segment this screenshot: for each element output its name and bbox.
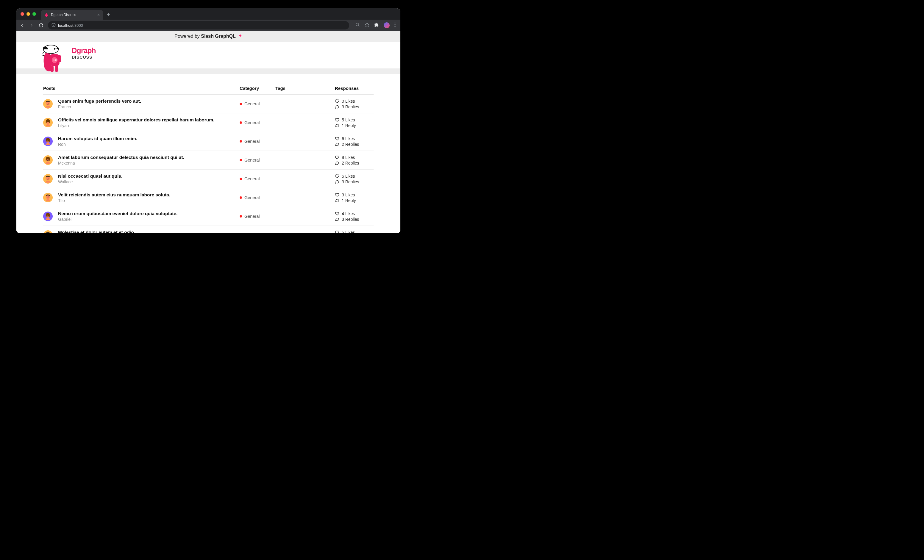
post-row[interactable]: Nisi occaecati quasi aut quis. Wallace G… [43,169,374,188]
menu-icon[interactable] [394,22,396,28]
svg-rect-14 [51,66,54,72]
toolbar-right-icons [353,22,398,28]
category-dot-icon [240,121,242,124]
post-author: Lilyan [58,123,214,128]
content-panel: Posts Category Tags Responses Quam enim … [16,74,400,233]
post-responses: 5 Likes 3 Replies [335,174,376,184]
svg-point-44 [48,216,49,216]
svg-line-4 [358,25,359,27]
comment-icon [335,217,339,222]
post-category: General [240,214,275,219]
post-category: General [240,177,275,181]
post-row[interactable]: Molestiae et dolor autem et et odio. Els… [43,226,374,233]
svg-rect-15 [55,66,58,72]
svg-point-10 [54,48,56,49]
reload-button[interactable] [38,23,44,28]
col-tags: Tags [275,86,335,91]
svg-point-7 [394,24,395,25]
svg-point-24 [48,122,49,122]
page-viewport: Powered by Slash GraphQL [16,31,400,233]
post-category: General [240,139,275,144]
window-close-button[interactable] [21,12,24,16]
post-row[interactable]: Harum voluptas id quam illum enim. Ron G… [43,132,374,151]
post-category: General [240,102,275,106]
back-button[interactable] [20,23,25,28]
svg-point-23 [47,122,47,122]
svg-point-28 [48,141,49,141]
tab-close-icon[interactable]: × [98,12,100,17]
site-info-icon[interactable] [51,23,56,28]
tab-favicon [44,13,48,17]
address-bar[interactable]: localhost:3000 [48,21,349,30]
window-maximize-button[interactable] [33,12,36,16]
post-author: Wallace [58,180,122,184]
extensions-icon[interactable] [374,22,379,28]
post-row[interactable]: Amet laborum consequatur delectus quia n… [43,151,374,169]
svg-point-27 [47,141,47,141]
table-header: Posts Category Tags Responses [43,86,374,94]
browser-window: Dgraph Discuss × + localhost:3000 [16,8,400,233]
category-dot-icon [240,215,242,217]
comment-icon [335,161,339,165]
post-responses: 8 Likes 2 Replies [335,155,376,165]
category-dot-icon [240,178,242,180]
category-dot-icon [240,103,242,105]
site-logo[interactable]: Dgraph DISCUSS [40,43,96,73]
svg-point-20 [48,103,49,103]
heart-icon [335,230,339,233]
category-dot-icon [240,159,242,161]
bookmark-icon[interactable] [364,22,369,28]
browser-tab[interactable]: Dgraph Discuss × [41,10,103,19]
heart-icon [335,118,339,122]
post-category: General [240,195,275,200]
browser-titlebar: Dgraph Discuss × + [16,8,400,19]
mascot-icon [40,43,67,73]
window-controls [21,12,36,16]
avatar [43,155,53,165]
svg-point-40 [48,197,49,197]
avatar [43,136,53,146]
post-title: Velit reiciendis autem eius numquam labo… [58,192,170,198]
heart-icon [335,211,339,216]
avatar [43,211,53,221]
avatar [43,118,53,127]
powered-by-banner: Powered by Slash GraphQL [16,31,400,42]
profile-avatar[interactable] [384,22,390,28]
post-title: Molestiae et dolor autem et et odio. [58,230,135,233]
avatar [43,230,53,233]
heart-icon [335,99,339,103]
post-responses: 5 Likes 1 Reply [335,118,376,128]
new-tab-button[interactable]: + [107,12,110,18]
zoom-icon[interactable] [355,22,360,28]
category-dot-icon [240,196,242,199]
post-row[interactable]: Velit reiciendis autem eius numquam labo… [43,188,374,207]
col-category: Category [240,86,275,91]
post-author: Gabriel [58,217,177,222]
svg-point-8 [394,26,395,27]
post-responses: 6 Likes 2 Replies [335,136,376,147]
post-category: General [240,233,275,233]
post-author: Franco [58,105,141,109]
col-posts: Posts [43,86,240,91]
window-minimize-button[interactable] [27,12,30,16]
post-row[interactable]: Officiis vel omnis similique aspernatur … [43,113,374,132]
avatar [43,99,53,109]
col-responses: Responses [335,86,376,91]
svg-point-11 [57,48,58,49]
svg-point-31 [47,159,47,160]
posts-table: Posts Category Tags Responses Quam enim … [43,86,374,233]
brand-text: Dgraph DISCUSS [72,46,96,60]
brand-title: Dgraph [72,46,96,55]
svg-point-19 [47,103,47,103]
post-title: Amet laborum consequatur delectus quia n… [58,155,184,160]
comment-icon [335,198,339,203]
heart-icon [335,136,339,141]
post-row[interactable]: Quam enim fuga perferendis vero aut. Fra… [43,94,374,113]
post-row[interactable]: Nemo rerum quibusdam eveniet dolore quia… [43,207,374,226]
forward-button[interactable] [29,23,34,28]
brand-subtitle: DISCUSS [72,55,96,60]
svg-point-6 [394,22,395,23]
post-author: Mckenna [58,161,184,165]
svg-point-39 [47,197,47,197]
heart-icon [335,155,339,159]
